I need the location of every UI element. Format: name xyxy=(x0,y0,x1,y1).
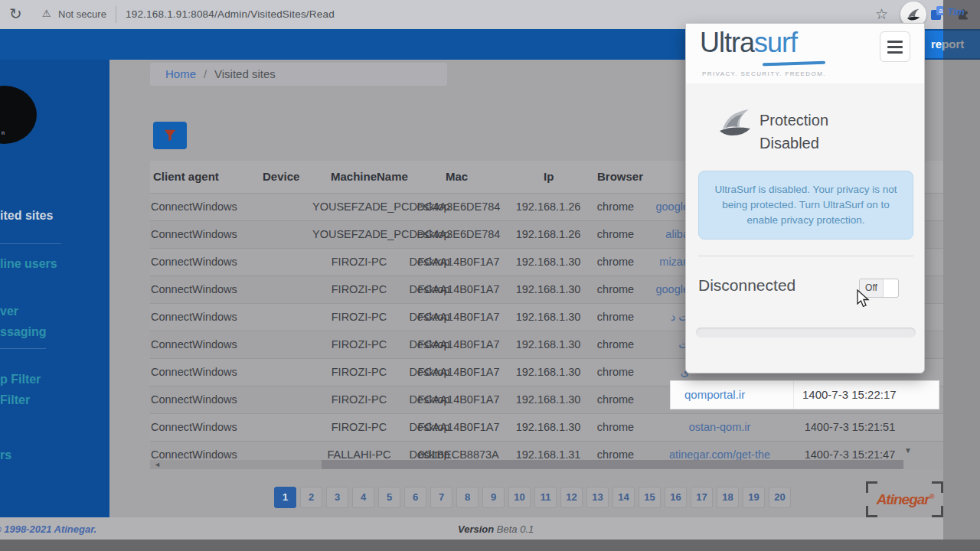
warning-icon: ⚠ xyxy=(42,8,51,19)
page-button[interactable]: 12 xyxy=(560,487,583,508)
page-button[interactable]: 2 xyxy=(300,487,322,508)
column-header[interactable]: Device xyxy=(263,170,299,183)
cell-machine: FIROZI-PC xyxy=(312,421,406,433)
page-button[interactable]: 17 xyxy=(691,487,713,508)
cell-agent: ConnectWindows xyxy=(151,228,246,240)
ultrasurf-logo-icon xyxy=(905,6,922,23)
atinegar-logo: Atinegar® xyxy=(866,481,943,517)
page-button[interactable]: 1 xyxy=(274,487,296,508)
cell-machine: FIROZI-PC xyxy=(312,283,406,295)
cell-machine: FIROZI-PC xyxy=(312,366,406,378)
sidebar-divider xyxy=(0,243,61,244)
cell-machine: FALLAHI-PC xyxy=(312,448,406,461)
popup-header: Ultrasurf PRIVACY. SECURITY. FREEDOM. xyxy=(686,24,924,83)
sidebar-item[interactable]: p Filter xyxy=(0,373,41,386)
cell-ip: 192.168.1.30 xyxy=(511,311,585,323)
site-link[interactable]: ت xyxy=(582,338,689,350)
page-button[interactable]: 19 xyxy=(743,487,765,508)
cell-machine: YOUSEFZADE_PC xyxy=(312,201,406,213)
page-button[interactable]: 20 xyxy=(769,487,791,508)
reload-icon[interactable]: ↻ xyxy=(9,5,22,23)
cell-agent: ConnectWindows xyxy=(151,201,246,213)
column-header[interactable]: Client agent xyxy=(153,170,219,183)
cell-agent: ConnectWindows xyxy=(151,311,246,323)
toolbar-divider xyxy=(116,6,116,23)
address-bar[interactable]: 192.168.1.91:8084/Admin/VisitedSites/Rea… xyxy=(126,8,335,20)
site-link[interactable]: google xyxy=(582,201,689,213)
ultrasurf-popup: Ultrasurf PRIVACY. SECURITY. FREEDOM. Pr… xyxy=(685,23,925,373)
page-button[interactable]: 7 xyxy=(430,487,452,508)
page-button[interactable]: 5 xyxy=(378,487,400,508)
site-link[interactable]: ostan-qom.ir xyxy=(635,421,804,433)
page-button[interactable]: 15 xyxy=(639,487,661,508)
page-button[interactable]: 14 xyxy=(612,487,635,508)
atinegar-logo-text: Atinegar xyxy=(877,491,929,507)
cell-mac: FCAA14B0F1A7 xyxy=(406,311,511,323)
page-button[interactable]: 11 xyxy=(534,487,557,508)
column-header[interactable]: Browser xyxy=(597,170,643,183)
sidebar-item[interactable]: line users xyxy=(0,257,57,271)
site-link[interactable]: atinegar.com/get-the xyxy=(635,448,804,461)
sidebar-item[interactable]: ver xyxy=(0,305,18,318)
page-button[interactable]: 13 xyxy=(586,487,609,508)
cell-mac: DC4A3E6DE784 xyxy=(406,228,511,240)
horizontal-scrollbar-thumb[interactable] xyxy=(322,460,903,469)
app-logo-caption: n xyxy=(2,130,5,135)
mouse-cursor xyxy=(857,289,870,308)
cell-ip: 192.168.1.30 xyxy=(511,283,585,295)
column-header[interactable]: MachineName xyxy=(331,170,408,183)
site-link[interactable]: ی xyxy=(582,366,689,378)
column-header[interactable]: Ip xyxy=(544,170,554,183)
sidebar-item[interactable]: rs xyxy=(0,448,11,462)
sidebar-divider xyxy=(0,348,46,349)
cell-mac: FCAA14B0F1A7 xyxy=(406,283,511,295)
page-button[interactable]: 9 xyxy=(482,487,505,508)
page-button[interactable]: 6 xyxy=(404,487,426,508)
cell-machine: FIROZI-PC xyxy=(312,338,406,350)
site-link[interactable]: ت د xyxy=(582,311,689,323)
time-text-fragment: Tim xyxy=(947,6,965,18)
table-row[interactable]: ConnectWindowsDesktopFIROZI-PCFCAA14B0F1… xyxy=(150,413,943,442)
page-button[interactable]: 3 xyxy=(326,487,348,508)
cell-mac: FCAA14B0F1A7 xyxy=(406,366,511,378)
cell-mac: FCAA14B0F1A7 xyxy=(406,393,511,406)
cell-machine: YOUSEFZADE_PC xyxy=(312,228,406,240)
cell-mac: FCAA14B0F1A7 xyxy=(406,338,511,350)
column-header[interactable]: Mac xyxy=(446,170,468,183)
scroll-left-icon[interactable]: ◄ xyxy=(154,460,161,469)
cell-ip: 192.168.1.30 xyxy=(511,366,585,378)
filter-button[interactable] xyxy=(153,122,187,149)
cell-ip: 192.168.1.30 xyxy=(511,256,585,268)
breadcrumb-separator: / xyxy=(204,67,207,80)
visit-time: 1400-7-3 15:22:17 xyxy=(802,388,897,401)
site-link[interactable]: qomportal.ir xyxy=(684,388,745,401)
breadcrumb-home-link[interactable]: Home xyxy=(165,67,196,80)
page-button[interactable]: 10 xyxy=(508,487,531,508)
screen: ↻ ⚠ Not secure 192.168.1.91:8084/Admin/V… xyxy=(0,0,980,551)
sidebar-item[interactable]: ited sites xyxy=(0,209,53,223)
highlighted-visited-row: qomportal.ir 1400-7-3 15:22:17 xyxy=(670,380,939,409)
site-link[interactable]: mizan xyxy=(582,256,689,268)
page-button[interactable]: 4 xyxy=(352,487,374,508)
wordmark-underline xyxy=(763,61,825,67)
cell-agent: ConnectWindows xyxy=(151,283,246,295)
page-button[interactable]: 16 xyxy=(665,487,687,508)
cell-machine: FIROZI-PC xyxy=(312,311,406,323)
app-logo xyxy=(0,86,37,144)
version-label: Version xyxy=(458,523,494,535)
scroll-down-icon[interactable]: ▼ xyxy=(904,446,912,455)
registered-mark: ® xyxy=(929,493,934,500)
page-button[interactable]: 8 xyxy=(456,487,479,508)
protection-status-icon xyxy=(717,106,753,140)
bookmark-star-icon[interactable]: ☆ xyxy=(875,5,888,23)
security-label[interactable]: Not secure xyxy=(58,8,106,20)
cell-ip: 192.168.1.26 xyxy=(511,201,585,213)
site-link[interactable]: aliba xyxy=(582,228,689,240)
desktop-strip xyxy=(0,540,980,551)
page-button[interactable]: 18 xyxy=(717,487,739,508)
site-link[interactable]: google xyxy=(582,283,689,295)
hamburger-menu-button[interactable] xyxy=(880,31,910,62)
sidebar-item[interactable]: ssaging xyxy=(0,325,46,339)
cell-ip: 192.168.1.30 xyxy=(511,393,585,406)
sidebar-item[interactable]: Filter xyxy=(0,393,30,407)
